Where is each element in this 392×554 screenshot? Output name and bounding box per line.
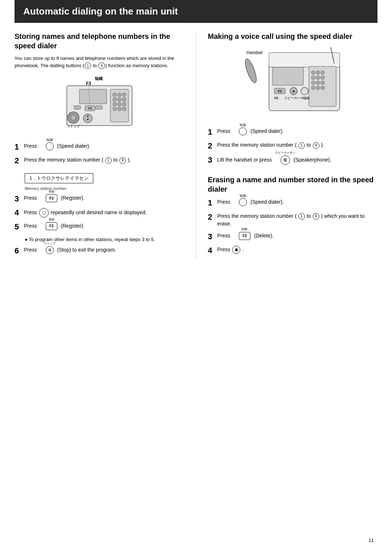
circle-1: 1 — [105, 157, 112, 164]
step-num-6: 6 — [15, 246, 22, 256]
erase-step-4-content: Press ✱ . — [217, 246, 378, 254]
speed-dial-circle-v1 — [239, 127, 247, 135]
svg-rect-19 — [74, 106, 81, 109]
voice-step-num-3: 3 — [208, 155, 215, 165]
voice-call-heading: Making a voice call using the speed dial… — [208, 32, 378, 41]
svg-text:▲: ▲ — [86, 114, 89, 118]
svg-point-7 — [122, 93, 126, 97]
svg-text:F3: F3 — [88, 107, 92, 110]
svg-text:短縮: 短縮 — [303, 96, 310, 100]
svg-text:ストップ: ストップ — [67, 125, 80, 128]
svg-point-47 — [321, 81, 324, 85]
step-num-1: 1 — [15, 142, 22, 152]
circle-num-9: 9 — [98, 62, 105, 69]
svg-rect-3 — [79, 89, 107, 104]
voice-step-3: 3 Lift the handset or press スピーカーホン ⊕ (S… — [208, 155, 378, 165]
step-2: 2 Press the memory station number ( 1 to… — [15, 156, 184, 166]
svg-point-46 — [316, 81, 320, 85]
intro-text: You can store up to 9 names and telephon… — [15, 55, 184, 69]
svg-text:F2: F2 — [278, 89, 282, 93]
svg-point-10 — [122, 98, 126, 101]
voice-step-3-content: Lift the handset or press スピーカーホン ⊕ (Spe… — [217, 155, 378, 165]
svg-text:F2: F2 — [274, 96, 278, 100]
register-btn-3: 登録 F3 — [45, 194, 58, 202]
svg-point-43 — [316, 76, 320, 80]
speed-dialer-btn-e1: 短縮 — [238, 198, 248, 206]
svg-point-48 — [311, 86, 315, 90]
svg-point-12 — [118, 102, 121, 106]
speed-dial-circle-e1 — [239, 198, 247, 206]
nav-btn: ⬡ — [39, 208, 49, 217]
erase-step-num-1: 1 — [208, 198, 215, 208]
voice-step-num-1: 1 — [208, 127, 215, 137]
page: Automatic dialing on the main unit Stori… — [0, 0, 392, 282]
erase-heading: Erasing a name and number stored in the … — [208, 175, 378, 194]
left-column: Storing names and telephone numbers in t… — [15, 32, 196, 260]
svg-rect-20 — [96, 106, 102, 109]
svg-point-14 — [113, 107, 117, 111]
svg-point-22 — [71, 115, 76, 120]
erase-section: Erasing a name and number stored in the … — [208, 175, 378, 255]
circle-num-1: 1 — [85, 62, 91, 69]
svg-point-16 — [122, 107, 126, 111]
step-5-content: Press 登録 F3 (Register). — [24, 222, 184, 230]
page-title: Automatic dialing on the main unit — [23, 6, 178, 17]
main-content: Storing names and telephone numbers in t… — [15, 32, 377, 260]
step-1-content: Press 短縮 (Speed dialer). — [24, 142, 184, 150]
register-btn-5: 登録 F3 — [45, 222, 58, 230]
header-banner: Automatic dialing on the main unit — [15, 0, 377, 23]
circle-9: 9 — [119, 157, 126, 164]
svg-point-11 — [113, 102, 117, 106]
svg-point-39 — [311, 71, 315, 74]
v-circle-1: 1 — [298, 142, 305, 149]
svg-rect-31 — [269, 53, 340, 67]
svg-text:⊕: ⊕ — [292, 89, 295, 93]
step-6: 6 Press ストップ ⊙ (Stop) to exit the progra… — [15, 246, 184, 256]
memory-display: 1．トウロクサレテイマセン — [25, 173, 93, 183]
voice-step-num-2: 2 — [208, 141, 215, 151]
erase-step-1-content: Press 短縮 (Speed dialer). — [217, 198, 378, 206]
svg-text:▼: ▼ — [86, 118, 89, 121]
f3-register-btn: F3 — [46, 194, 57, 202]
svg-point-41 — [321, 71, 324, 74]
svg-point-8 — [113, 98, 117, 101]
f3-register-btn-5: F3 — [46, 222, 57, 230]
svg-point-15 — [118, 107, 121, 111]
step-1: 1 Press 短縮 (Speed dialer). — [15, 142, 184, 152]
svg-point-29 — [243, 58, 259, 84]
erase-step-2-content: Press the memory station number ( 1 to 9… — [217, 212, 378, 228]
speaker-circle-btn: ⊕ — [281, 155, 290, 165]
voice-call-section: Making a voice call using the speed dial… — [208, 32, 378, 165]
erase-step-num-3: 3 — [208, 232, 215, 241]
speaker-btn: スピーカーホン ⊕ — [280, 155, 291, 165]
speed-dial-circle-1 — [46, 142, 54, 150]
step-4-content: Press ⬡ repeatedly until desired name is… — [24, 208, 184, 217]
svg-point-9 — [118, 98, 121, 101]
svg-point-5 — [113, 93, 117, 97]
step-num-4: 4 — [15, 208, 22, 217]
voice-step-1-content: Press 短縮 (Speed dialer). — [217, 127, 378, 135]
svg-point-40 — [316, 71, 320, 74]
step-num-5: 5 — [15, 222, 22, 232]
stop-circle-btn: ⊙ — [46, 246, 54, 254]
step-3: 3 Press 登録 F3 (Register). — [15, 194, 184, 204]
step-num-3: 3 — [15, 194, 22, 204]
fax-svg-right: Handset F2 — [240, 45, 345, 122]
erase-step-2: 2 Press the memory station number ( 1 to… — [208, 212, 378, 228]
svg-point-50 — [321, 86, 324, 90]
step-num-2: 2 — [15, 156, 22, 166]
svg-point-45 — [311, 81, 315, 85]
step-6-content: Press ストップ ⊙ (Stop) to exit the program. — [24, 246, 184, 254]
step-2-content: Press the memory station number ( 1 to 9… — [24, 156, 184, 164]
f2-delete-btn: F2 — [239, 232, 250, 240]
stop-btn: ストップ ⊙ — [45, 246, 54, 254]
delete-btn: 削除 F2 — [238, 232, 251, 240]
e-circle-9: 9 — [313, 213, 319, 220]
speed-dialer-btn-1: 短縮 — [45, 142, 54, 150]
left-section-heading: Storing names and telephone numbers in t… — [15, 32, 184, 50]
voice-step-2: 2 Press the memory station number ( 1 to… — [208, 141, 378, 151]
fax-svg-left: 短縮 F3 — [60, 75, 139, 137]
svg-point-44 — [321, 76, 324, 80]
erase-step-num-2: 2 — [208, 212, 215, 222]
svg-point-38 — [301, 87, 308, 95]
